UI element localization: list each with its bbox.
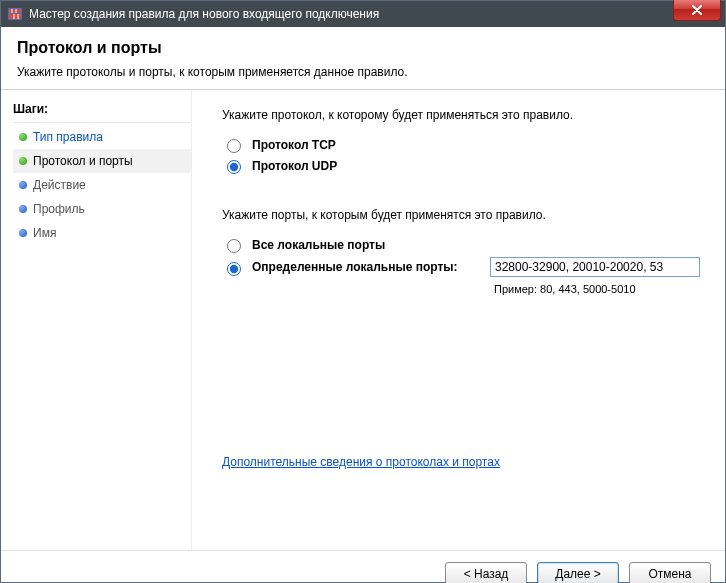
step-label: Протокол и порты xyxy=(33,154,133,168)
step-protocol-ports[interactable]: Протокол и порты xyxy=(13,149,191,173)
ports-specific-option[interactable]: Определенные локальные порты: xyxy=(222,259,478,276)
ports-example: Пример: 80, 443, 5000-5010 xyxy=(494,283,705,295)
step-name[interactable]: Имя xyxy=(13,221,191,245)
window-title: Мастер создания правила для нового входя… xyxy=(29,7,379,21)
page-title: Протокол и порты xyxy=(17,39,709,57)
step-bullet-icon xyxy=(19,205,27,213)
wizard-footer: < Назад Далее > Отмена xyxy=(1,550,725,583)
steps-sidebar: Шаги: Тип правила Протокол и порты Дейст… xyxy=(1,90,191,550)
step-action[interactable]: Действие xyxy=(13,173,191,197)
protocol-tcp-label: Протокол TCP xyxy=(252,138,336,152)
cancel-button[interactable]: Отмена xyxy=(629,562,711,583)
ports-input[interactable] xyxy=(490,257,700,277)
step-bullet-icon xyxy=(19,133,27,141)
protocol-udp-radio[interactable] xyxy=(227,160,241,174)
protocol-udp-label: Протокол UDP xyxy=(252,159,337,173)
page-subtitle: Укажите протоколы и порты, к которым при… xyxy=(17,65,709,79)
step-rule-type[interactable]: Тип правила xyxy=(13,125,191,149)
step-profile[interactable]: Профиль xyxy=(13,197,191,221)
steps-heading: Шаги: xyxy=(13,98,191,123)
wizard-header: Протокол и порты Укажите протоколы и пор… xyxy=(1,27,725,89)
next-button[interactable]: Далее > xyxy=(537,562,619,583)
ports-all-label: Все локальные порты xyxy=(252,238,385,252)
back-button[interactable]: < Назад xyxy=(445,562,527,583)
step-bullet-icon xyxy=(19,181,27,189)
protocol-tcp-radio[interactable] xyxy=(227,139,241,153)
step-bullet-icon xyxy=(19,229,27,237)
svg-rect-1 xyxy=(9,9,21,13)
step-label: Профиль xyxy=(33,202,85,216)
ports-all-radio[interactable] xyxy=(227,239,241,253)
ports-specific-label: Определенные локальные порты: xyxy=(252,260,458,274)
svg-rect-2 xyxy=(9,14,21,19)
close-button[interactable] xyxy=(673,0,721,21)
step-label: Тип правила xyxy=(33,130,103,144)
protocol-tcp-option[interactable]: Протокол TCP xyxy=(222,136,705,153)
help-link[interactable]: Дополнительные сведения о протоколах и п… xyxy=(222,455,500,469)
titlebar[interactable]: Мастер создания правила для нового входя… xyxy=(1,1,725,27)
step-bullet-icon xyxy=(19,157,27,165)
wizard-body: Шаги: Тип правила Протокол и порты Дейст… xyxy=(1,90,725,550)
protocol-udp-option[interactable]: Протокол UDP xyxy=(222,157,705,174)
protocol-prompt: Укажите протокол, к которому будет приме… xyxy=(222,108,705,122)
step-label: Действие xyxy=(33,178,86,192)
ports-all-option[interactable]: Все локальные порты xyxy=(222,236,705,253)
step-label: Имя xyxy=(33,226,56,240)
wizard-content: Укажите протокол, к которому будет приме… xyxy=(191,90,725,550)
wizard-window: Мастер создания правила для нового входя… xyxy=(0,0,726,583)
firewall-icon xyxy=(7,6,23,22)
ports-prompt: Укажите порты, к которым будет применятс… xyxy=(222,208,705,222)
ports-specific-radio[interactable] xyxy=(227,262,241,276)
